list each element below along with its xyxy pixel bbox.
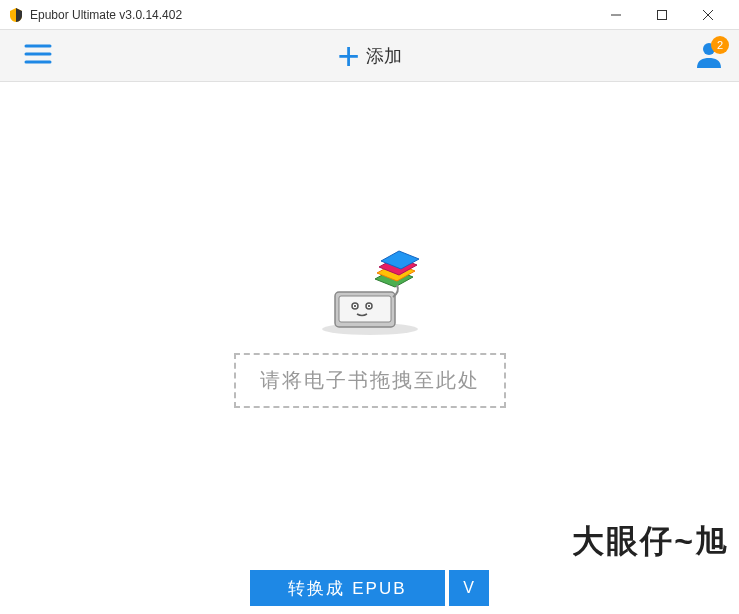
notification-badge: 2 [711,36,729,54]
app-icon [8,7,24,23]
drop-hint-text: 请将电子书拖拽至此处 [260,369,480,391]
window-controls [593,0,731,30]
user-button[interactable]: 2 [695,40,723,72]
close-button[interactable] [685,0,731,30]
drop-hint-box: 请将电子书拖拽至此处 [234,353,506,408]
maximize-button[interactable] [639,0,685,30]
add-button[interactable]: + 添加 [337,37,401,75]
svg-point-12 [354,305,356,307]
svg-point-14 [368,305,370,307]
convert-format-dropdown[interactable]: V [449,570,489,606]
window-title: Epubor Ultimate v3.0.14.402 [30,8,593,22]
hamburger-menu-button[interactable] [16,35,60,77]
convert-button-group: 转换成 EPUB V [250,570,488,606]
bottom-bar: 转换成 EPUB V [0,562,739,614]
chevron-down-icon: V [463,579,474,597]
convert-button[interactable]: 转换成 EPUB [250,570,444,606]
toolbar: + 添加 2 [0,30,739,82]
drop-illustration-icon [315,237,425,341]
svg-rect-1 [658,10,667,19]
main-drop-area[interactable]: 请将电子书拖拽至此处 [0,82,739,562]
minimize-button[interactable] [593,0,639,30]
add-label: 添加 [366,44,402,68]
convert-label: 转换成 EPUB [288,577,406,600]
title-bar: Epubor Ultimate v3.0.14.402 [0,0,739,30]
svg-rect-10 [339,296,391,322]
plus-icon: + [337,37,359,75]
